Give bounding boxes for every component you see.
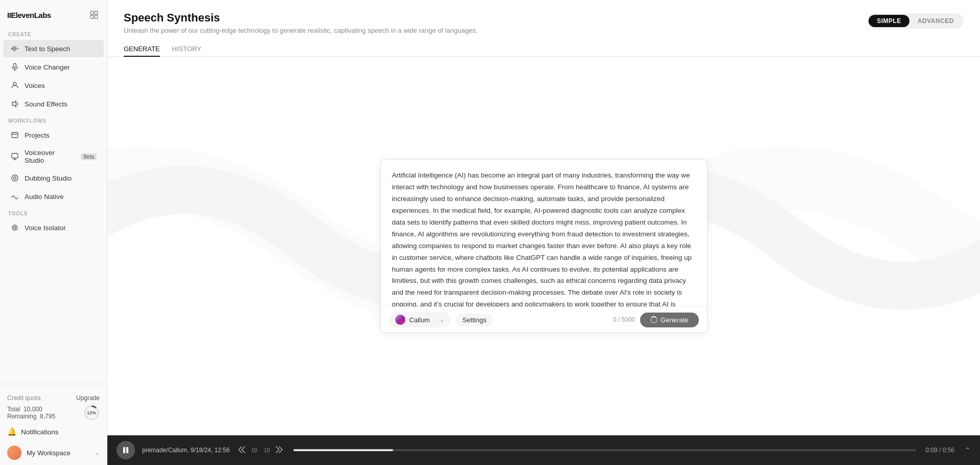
sidebar: IIElevenLabs CREATE Text to Speech Voice… <box>0 0 107 465</box>
notification-bell-icon: 🔔 <box>7 427 17 436</box>
svg-marker-7 <box>12 101 16 107</box>
total-value: 10,000 <box>24 406 42 413</box>
svg-point-15 <box>12 225 17 230</box>
mic-icon <box>10 62 19 72</box>
sidebar-header: IIElevenLabs <box>0 0 107 27</box>
voice-changer-label: Voice Changer <box>25 63 70 71</box>
tab-generate[interactable]: GENERATE <box>124 42 160 57</box>
waveform-icon <box>10 44 19 53</box>
voice-name-label: Callum <box>409 316 430 324</box>
svg-point-6 <box>13 82 16 85</box>
generate-label: Generate <box>660 316 688 324</box>
expand-player-button[interactable]: ⌃ <box>965 446 971 454</box>
voices-label: Voices <box>25 82 45 90</box>
workflows-section-label: WORKFLOWS <box>0 113 107 126</box>
rewind-button[interactable] <box>237 445 247 456</box>
credit-info: Total 10,000 Remaining 8,795 <box>7 406 55 420</box>
sound-effects-label: Sound Effects <box>25 100 67 108</box>
tab-history[interactable]: HISTORY <box>172 42 201 57</box>
notifications-row[interactable]: 🔔 Notifications <box>0 424 107 440</box>
advanced-toggle-button[interactable]: ADVANCED <box>909 15 962 27</box>
svg-point-14 <box>14 177 16 180</box>
player-progress-bar[interactable] <box>293 449 917 451</box>
svg-point-16 <box>14 227 16 229</box>
pause-icon <box>122 447 129 454</box>
generate-button[interactable]: Generate <box>640 313 698 327</box>
layout-toggle-button[interactable] <box>88 9 100 20</box>
text-input[interactable] <box>381 160 707 306</box>
voiceover-icon <box>10 152 19 161</box>
svg-rect-2 <box>90 15 94 18</box>
credit-quota-label: Credit quota <box>7 394 40 402</box>
voice-isolator-label: Voice Isolator <box>25 224 66 232</box>
main-content: Speech Synthesis Unleash the power of ou… <box>107 0 980 465</box>
credit-quota-box: Credit quota Upgrade Total 10,000 Remain… <box>0 389 107 424</box>
player-bar: premade/Callum, 9/18/24, 12:56 10 10 <box>107 435 980 465</box>
projects-icon <box>10 130 19 140</box>
player-progress-fill <box>293 449 393 451</box>
app-logo: IIElevenLabs <box>7 11 51 19</box>
svg-rect-8 <box>12 132 18 138</box>
player-time: 0:09 / 0:56 <box>925 447 954 454</box>
page-title: Speech Synthesis <box>124 11 477 25</box>
svg-rect-4 <box>14 63 16 68</box>
char-count: 0 / 5000 <box>613 316 635 323</box>
voice-selector[interactable]: Callum ⌄ <box>389 312 450 327</box>
svg-rect-20 <box>126 447 128 453</box>
settings-button[interactable]: Settings <box>455 314 494 326</box>
voice-chevron-icon: ⌄ <box>440 317 444 323</box>
sidebar-item-sound-effects[interactable]: Sound Effects <box>3 95 104 113</box>
remaining-label: Remaining <box>7 413 36 420</box>
sidebar-bottom: Credit quota Upgrade Total 10,000 Remain… <box>0 384 107 465</box>
content-area: Callum ⌄ Settings 0 / 5000 Generate <box>107 57 980 435</box>
voice-avatar-icon <box>395 315 405 325</box>
sidebar-item-text-to-speech[interactable]: Text to Speech <box>3 40 104 57</box>
text-box-footer: Callum ⌄ Settings 0 / 5000 Generate <box>381 306 707 333</box>
pause-button[interactable] <box>117 441 135 459</box>
total-label: Total <box>7 406 20 413</box>
svg-rect-3 <box>95 15 98 18</box>
sidebar-item-projects[interactable]: Projects <box>3 126 104 144</box>
voiceover-studio-label: Voiceover Studio <box>25 149 76 164</box>
sound-icon <box>10 99 19 108</box>
audio-native-icon <box>10 192 19 201</box>
credit-circle: 12% <box>83 405 100 421</box>
svg-point-13 <box>12 175 18 181</box>
projects-label: Projects <box>25 131 50 139</box>
voices-icon <box>10 81 19 90</box>
player-track-info: premade/Callum, 9/18/24, 12:56 <box>142 447 230 454</box>
sidebar-item-voice-isolator[interactable]: Voice Isolator <box>3 219 104 236</box>
workspace-row[interactable]: My Workspace ⌄ <box>0 440 107 465</box>
svg-rect-19 <box>123 447 125 453</box>
chevron-down-icon: ⌄ <box>95 449 100 456</box>
main-header: Speech Synthesis Unleash the power of ou… <box>107 0 980 34</box>
sidebar-item-audio-native[interactable]: Audio Native <box>3 188 104 205</box>
isolator-icon <box>10 223 19 232</box>
audio-native-label: Audio Native <box>25 193 64 201</box>
dubbing-icon <box>10 173 19 183</box>
remaining-value: 8,795 <box>40 413 55 420</box>
create-section-label: CREATE <box>0 27 107 39</box>
sidebar-item-voiceover-studio[interactable]: Voiceover Studio Beta <box>3 145 104 168</box>
time-separator: / <box>939 447 943 454</box>
forward-label: 10 <box>264 448 270 453</box>
workspace-label: My Workspace <box>27 449 71 457</box>
sidebar-item-dubbing-studio[interactable]: Dubbing Studio <box>3 169 104 187</box>
sidebar-item-voices[interactable]: Voices <box>3 77 104 94</box>
time-total: 0:56 <box>943 447 954 454</box>
tabs-bar: GENERATE HISTORY <box>107 34 980 57</box>
time-current: 0:09 <box>925 447 937 454</box>
text-box-container: Callum ⌄ Settings 0 / 5000 Generate <box>380 159 708 333</box>
sidebar-item-voice-changer[interactable]: Voice Changer <box>3 58 104 76</box>
text-to-speech-label: Text to Speech <box>25 45 70 53</box>
dubbing-studio-label: Dubbing Studio <box>25 174 72 182</box>
voiceover-studio-badge: Beta <box>81 153 97 160</box>
simple-toggle-button[interactable]: SIMPLE <box>869 15 909 27</box>
forward-button[interactable] <box>274 445 284 456</box>
upgrade-button[interactable]: Upgrade <box>76 394 100 402</box>
rewind-label: 10 <box>251 448 257 453</box>
simple-advanced-toggle: SIMPLE ADVANCED <box>867 13 964 29</box>
page-subtitle: Unleash the power of our cutting-edge te… <box>124 27 477 34</box>
svg-rect-0 <box>90 11 94 14</box>
svg-rect-1 <box>95 11 98 14</box>
